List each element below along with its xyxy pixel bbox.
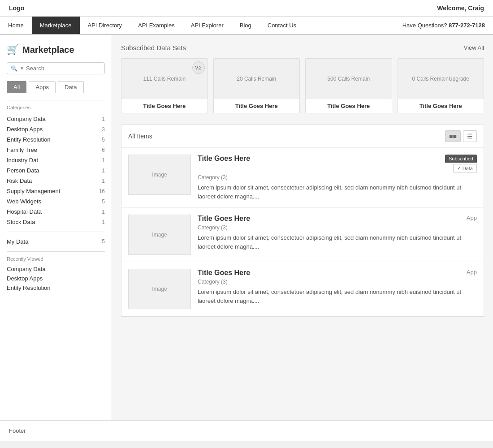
- search-box[interactable]: 🔍 ▼: [7, 62, 105, 74]
- sidebar-category-item[interactable]: Supply Management16: [7, 186, 105, 196]
- all-items-title: All Items: [128, 133, 152, 140]
- card-label: Title Goes Here: [214, 99, 300, 113]
- item-title: Title Goes Here: [198, 269, 250, 277]
- item-description: Lorem ipsum dolor sit amet, consectetuer…: [198, 233, 477, 251]
- recently-viewed-list: Company DataDesktop AppsEntity Resolutio…: [7, 264, 105, 293]
- card-label: Title Goes Here: [306, 99, 392, 113]
- recent-item[interactable]: Company Data: [7, 264, 105, 274]
- item-category: Category (3): [198, 224, 477, 231]
- subscribed-card[interactable]: 500 Calls Remain Title Goes Here: [305, 58, 392, 113]
- check-icon: ✓: [457, 165, 461, 171]
- divider-3: [7, 251, 105, 252]
- subscribed-badge: Subscribed: [445, 155, 477, 163]
- data-type-badge: ✓ Data: [453, 164, 477, 172]
- item-title: Title Goes Here: [198, 215, 250, 223]
- item-category: Category (3): [198, 279, 477, 285]
- card-image-area: 0 Calls Remain Upgrade: [398, 59, 484, 99]
- item-content: Title Goes Here Subscribed ✓ Data Catego…: [198, 155, 477, 201]
- list-item[interactable]: Image Title Goes Here Subscribed ✓ Data …: [121, 148, 484, 208]
- nav-api-examples[interactable]: API Examples: [130, 17, 183, 34]
- list-item[interactable]: Image Title Goes Here App Category (3) L…: [121, 208, 484, 262]
- v2-badge: V.2: [192, 61, 205, 74]
- calls-remain: 0 Calls Remain: [412, 76, 449, 82]
- upgrade-link[interactable]: Upgrade: [449, 76, 469, 82]
- item-image: Image: [128, 155, 191, 195]
- cart-icon: 🛒: [7, 44, 19, 56]
- item-badge: Subscribed ✓ Data: [445, 155, 477, 172]
- search-input[interactable]: [26, 65, 101, 72]
- main-nav: Home Marketplace API Directory API Examp…: [0, 17, 493, 35]
- calls-remain: 20 Calls Remain: [237, 76, 276, 82]
- sidebar-category-item[interactable]: Family Tree6: [7, 145, 105, 155]
- sidebar-category-item[interactable]: Industry Dat1: [7, 155, 105, 165]
- my-data-item[interactable]: My Data 5: [7, 237, 105, 247]
- card-image-area: 500 Calls Remain: [306, 59, 392, 99]
- subscribed-card[interactable]: V.2 111 Calls Remain Title Goes Here: [121, 58, 208, 113]
- card-label: Title Goes Here: [398, 99, 484, 113]
- item-title-row: Title Goes Here Subscribed ✓ Data: [198, 155, 477, 172]
- subscribed-card[interactable]: 0 Calls Remain Upgrade Title Goes Here: [398, 58, 484, 113]
- nav-home[interactable]: Home: [0, 17, 32, 34]
- subscribed-title: Subscribed Data Sets: [121, 44, 186, 52]
- top-bar: Logo Welcome, Craig: [0, 0, 493, 17]
- recently-viewed-label: Recently Viewed: [7, 256, 105, 262]
- list-view-btn[interactable]: ☰: [463, 130, 477, 142]
- logo: Logo: [9, 4, 24, 12]
- card-label: Title Goes Here: [121, 99, 208, 113]
- search-dropdown-icon[interactable]: ▼: [20, 66, 24, 71]
- item-content: Title Goes Here App Category (3) Lorem i…: [198, 269, 477, 309]
- divider-2: [7, 232, 105, 232]
- sidebar-category-item[interactable]: Company Data1: [7, 114, 105, 124]
- item-title: Title Goes Here: [198, 155, 250, 163]
- card-image-area: V.2 111 Calls Remain: [121, 59, 208, 99]
- sidebar-category-item[interactable]: Person Data1: [7, 165, 105, 176]
- nav-phone: Have Questions? 877-272-7128: [394, 17, 493, 34]
- subscribed-cards: V.2 111 Calls Remain Title Goes Here 20 …: [121, 58, 484, 113]
- filter-buttons: All Apps Data: [7, 81, 105, 93]
- calls-remain: 500 Calls Remain: [327, 76, 370, 82]
- all-items-header: All Items ■■ ☰: [121, 125, 484, 148]
- filter-apps[interactable]: Apps: [29, 81, 56, 93]
- list-item[interactable]: Image Title Goes Here App Category (3) L…: [121, 262, 484, 316]
- sidebar-category-item[interactable]: Desktop Apps3: [7, 124, 105, 134]
- nav-marketplace[interactable]: Marketplace: [32, 17, 80, 34]
- all-items-section: All Items ■■ ☰ Image Title Goes Here Sub…: [121, 125, 484, 317]
- subscribed-header: Subscribed Data Sets View All: [121, 44, 484, 52]
- item-description: Lorem ipsum dolor sit amet, consectetuer…: [198, 183, 477, 201]
- view-all-link[interactable]: View All: [464, 44, 484, 51]
- nav-contact[interactable]: Contact Us: [259, 17, 304, 34]
- sidebar-category-item[interactable]: Entity Resolution5: [7, 134, 105, 145]
- item-category: Category (3): [198, 174, 477, 181]
- all-items-list: Image Title Goes Here Subscribed ✓ Data …: [121, 148, 484, 316]
- item-title-row: Title Goes Here App: [198, 269, 477, 277]
- welcome-text: Welcome, Craig: [437, 4, 484, 12]
- categories-list: Company Data1Desktop Apps3Entity Resolut…: [7, 114, 105, 227]
- content-area: Subscribed Data Sets View All V.2 111 Ca…: [112, 35, 493, 420]
- search-icon: 🔍: [11, 65, 17, 72]
- app-label: App: [467, 215, 477, 221]
- item-title-row: Title Goes Here App: [198, 215, 477, 223]
- filter-data[interactable]: Data: [58, 81, 83, 93]
- filter-all[interactable]: All: [7, 81, 26, 93]
- sidebar-category-item[interactable]: Risk Data1: [7, 176, 105, 186]
- card-image-area: 20 Calls Remain: [214, 59, 300, 99]
- my-data-section: My Data 5: [7, 237, 105, 247]
- sidebar-category-item[interactable]: Web Widgets5: [7, 196, 105, 207]
- item-description: Lorem ipsum dolor sit amet, consectetuer…: [198, 288, 477, 305]
- nav-blog[interactable]: Blog: [232, 17, 259, 34]
- grid-view-btn[interactable]: ■■: [445, 130, 461, 142]
- divider-1: [7, 100, 105, 100]
- subscribed-card[interactable]: 20 Calls Remain Title Goes Here: [213, 58, 300, 113]
- app-label: App: [467, 269, 477, 276]
- sidebar-category-item[interactable]: Stock Data1: [7, 217, 105, 227]
- footer: Footer: [0, 420, 493, 441]
- calls-remain: 111 Calls Remain: [143, 76, 186, 82]
- nav-api-explorer[interactable]: API Explorer: [183, 17, 232, 34]
- nav-api-directory[interactable]: API Directory: [80, 17, 130, 34]
- recent-item[interactable]: Entity Resolution: [7, 283, 105, 293]
- item-image: Image: [128, 269, 191, 309]
- sidebar: 🛒 Marketplace 🔍 ▼ All Apps Data Categori…: [0, 35, 112, 420]
- sidebar-category-item[interactable]: Hospital Data1: [7, 207, 105, 217]
- recent-item[interactable]: Desktop Apps: [7, 274, 105, 283]
- sidebar-title: 🛒 Marketplace: [7, 44, 105, 56]
